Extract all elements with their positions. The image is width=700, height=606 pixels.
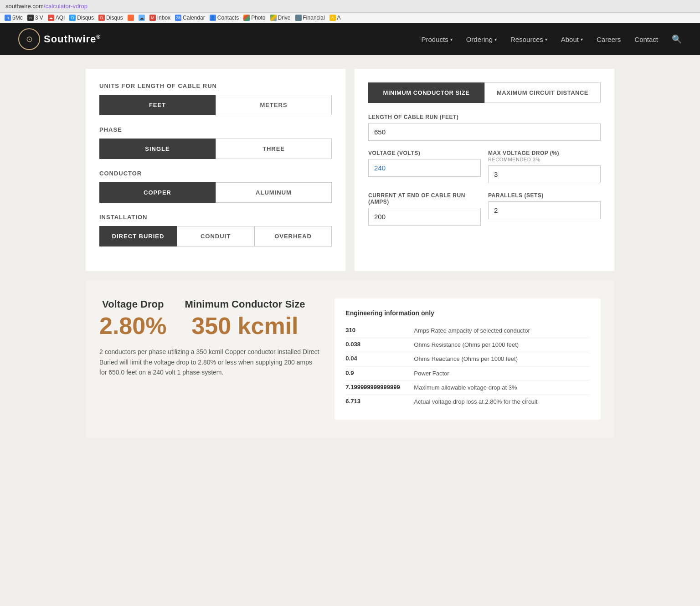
installation-label: INSTALLATION — [99, 214, 332, 221]
eng-value-1: 0.038 — [345, 341, 409, 348]
max-vdrop-label: MAX VOLTAGE DROP (%) RECOMMENDED 3% — [488, 150, 601, 163]
bookmark-icon-5mc: n — [5, 15, 11, 21]
phase-toggle-group: SINGLE THREE — [99, 139, 332, 159]
bookmark-bar: n 5Mc n 3 V ☁ AQI D Disqus D Disqus ☁ M … — [0, 13, 700, 23]
phase-single-button[interactable]: SINGLE — [99, 139, 216, 159]
current-row: CURRENT AT END OF CABLE RUN (AMPS) PARAL… — [368, 192, 601, 235]
min-conductor-value: 350 kcmil — [185, 314, 305, 338]
bookmark-contacts[interactable]: 👤 Contacts — [210, 15, 239, 21]
units-meters-button[interactable]: METERS — [216, 95, 332, 115]
bookmark-cloud[interactable]: ☁ — [139, 15, 145, 21]
current-label: CURRENT AT END OF CABLE RUN (AMPS) — [368, 192, 481, 205]
results-section: Voltage Drop 2.80% Minimum Conductor Siz… — [86, 280, 614, 438]
conductor-aluminum-button[interactable]: ALUMINUM — [216, 182, 332, 203]
about-chevron-icon: ▾ — [581, 37, 583, 42]
bookmark-icon-drive — [270, 15, 277, 21]
phase-three-button[interactable]: THREE — [216, 139, 332, 159]
eng-value-0: 310 — [345, 327, 409, 334]
installation-overhead-button[interactable]: OVERHEAD — [254, 226, 332, 247]
current-group: CURRENT AT END OF CABLE RUN (AMPS) — [368, 192, 481, 226]
result-description: 2 conductors per phase utilizing a 350 k… — [99, 347, 321, 377]
nav-products[interactable]: Products ▾ — [421, 36, 452, 43]
bookmark-orange[interactable] — [128, 15, 134, 21]
search-icon[interactable]: 🔍 — [672, 34, 682, 44]
cable-run-label: LENGTH OF CABLE RUN (FEET) — [368, 114, 601, 120]
ordering-chevron-icon: ▾ — [494, 37, 497, 42]
eng-value-3: 0.9 — [345, 370, 409, 376]
eng-desc-4: Maximum allowable voltage drop at 3% — [414, 384, 590, 392]
nav-contact[interactable]: Contact — [634, 36, 658, 43]
site-header: ⊙ Southwire® Products ▾ Ordering ▾ Resou… — [0, 23, 700, 55]
max-vdrop-group: MAX VOLTAGE DROP (%) RECOMMENDED 3% — [488, 150, 601, 183]
voltage-label: VOLTAGE (VOLTS) — [368, 150, 481, 156]
eng-row-4: 7.199999999999999 Maximum allowable volt… — [345, 381, 590, 395]
min-conductor-result: Minimum Conductor Size 350 kcmil — [185, 298, 305, 338]
engineering-panel: Engineering information only 310 Amps Ra… — [335, 298, 601, 420]
logo-text: Southwire® — [44, 33, 101, 45]
bookmark-disqus1[interactable]: D Disqus — [69, 15, 94, 21]
main-content: UNITS FOR LENGTH OF CABLE RUN FEET METER… — [77, 55, 623, 452]
voltage-row: VOLTAGE (VOLTS) MAX VOLTAGE DROP (%) REC… — [368, 150, 601, 192]
products-chevron-icon: ▾ — [450, 37, 453, 42]
bookmark-icon-3v: n — [27, 15, 34, 21]
phase-label: PHASE — [99, 126, 332, 133]
bookmark-inbox[interactable]: M Inbox — [149, 15, 170, 21]
installation-direct-button[interactable]: DIRECT BURIED — [99, 226, 177, 247]
voltage-input[interactable] — [368, 159, 481, 177]
units-label: UNITS FOR LENGTH OF CABLE RUN — [99, 82, 332, 89]
bookmark-3v[interactable]: n 3 V — [27, 15, 43, 21]
min-conductor-title: Minimum Conductor Size — [185, 298, 305, 310]
tab-max-circuit[interactable]: MAXIMUM CIRCUIT DISTANCE — [484, 82, 601, 103]
eng-value-5: 6.713 — [345, 398, 409, 405]
eng-row-1: 0.038 Ohms Resistance (Ohms per 1000 fee… — [345, 338, 590, 352]
eng-desc-2: Ohms Reactance (Ohms per 1000 feet) — [414, 355, 590, 363]
bookmark-photo[interactable]: Photo — [243, 15, 265, 21]
bookmark-icon-inbox: M — [149, 15, 156, 21]
bookmark-5mc[interactable]: n 5Mc — [5, 15, 23, 21]
conductor-toggle-group: COPPER ALUMINUM — [99, 182, 332, 203]
bookmark-aqi[interactable]: ☁ AQI — [48, 15, 65, 21]
results-main: Voltage Drop 2.80% Minimum Conductor Siz… — [99, 298, 321, 338]
cable-run-input[interactable] — [368, 123, 601, 141]
right-panel: MINIMUM CONDUCTOR SIZE MAXIMUM CIRCUIT D… — [355, 69, 614, 271]
units-feet-button[interactable]: FEET — [99, 95, 216, 115]
eng-value-2: 0.04 — [345, 355, 409, 362]
eng-value-4: 7.199999999999999 — [345, 384, 409, 390]
bookmark-icon-aqi: ☁ — [48, 15, 54, 21]
eng-row-3: 0.9 Power Factor — [345, 367, 590, 381]
max-vdrop-input[interactable] — [488, 165, 601, 183]
nav-about[interactable]: About ▾ — [561, 36, 583, 43]
bookmark-financial[interactable]: Financial — [295, 15, 325, 21]
installation-conduit-button[interactable]: CONDUIT — [177, 226, 254, 247]
bookmark-icon-disqus2: D — [98, 15, 105, 21]
bookmark-icon-calendar: 28 — [175, 15, 181, 21]
nav-careers[interactable]: Careers — [597, 36, 621, 43]
engineering-rows: 310 Amps Rated ampacity of selected cond… — [345, 324, 590, 409]
units-toggle-group: FEET METERS — [99, 95, 332, 115]
current-input[interactable] — [368, 208, 481, 226]
bookmark-a[interactable]: A A — [329, 15, 341, 21]
browser-bar: southwire.com/calculator-vdrop — [0, 0, 700, 13]
conductor-copper-button[interactable]: COPPER — [99, 182, 216, 203]
parallels-group: PARALLELS (SETS) — [488, 192, 601, 226]
resources-chevron-icon: ▾ — [545, 37, 547, 42]
voltage-drop-value: 2.80% — [99, 314, 166, 338]
nav-resources[interactable]: Resources ▾ — [510, 36, 547, 43]
installation-toggle-group: DIRECT BURIED CONDUIT OVERHEAD — [99, 226, 332, 247]
browser-url: southwire.com/calculator-vdrop — [5, 3, 88, 10]
tab-min-conductor[interactable]: MINIMUM CONDUCTOR SIZE — [368, 82, 484, 103]
bookmark-calendar[interactable]: 28 Calendar — [175, 15, 205, 21]
results-left: Voltage Drop 2.80% Minimum Conductor Siz… — [99, 298, 321, 378]
bookmark-icon-a: A — [329, 15, 336, 21]
bookmark-drive[interactable]: Drive — [270, 15, 291, 21]
eng-desc-3: Power Factor — [414, 370, 590, 378]
eng-row-5: 6.713 Actual voltage drop loss at 2.80% … — [345, 395, 590, 409]
bookmark-icon-disqus1: D — [69, 15, 76, 21]
parallels-input[interactable] — [488, 201, 601, 219]
nav-ordering[interactable]: Ordering ▾ — [466, 36, 497, 43]
conductor-label: CONDUCTOR — [99, 170, 332, 177]
eng-desc-1: Ohms Resistance (Ohms per 1000 feet) — [414, 341, 590, 349]
voltage-drop-result: Voltage Drop 2.80% — [99, 298, 166, 338]
mode-tabs: MINIMUM CONDUCTOR SIZE MAXIMUM CIRCUIT D… — [368, 82, 601, 103]
bookmark-disqus2[interactable]: D Disqus — [98, 15, 123, 21]
